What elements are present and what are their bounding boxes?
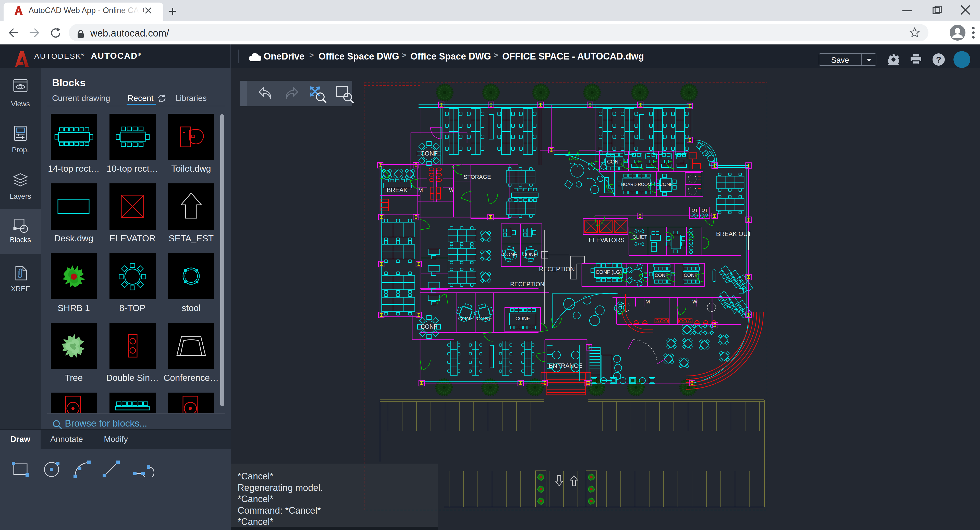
svg-text:CONF: CONF <box>659 182 673 187</box>
svg-text:CONF: CONF <box>503 252 517 257</box>
svg-text:M: M <box>646 299 650 305</box>
svg-text:RECEPTION: RECEPTION <box>539 266 575 273</box>
svg-text:?: ? <box>936 55 942 64</box>
svg-text:CONF (LG): CONF (LG) <box>596 269 622 275</box>
svg-text:CONF: CONF <box>655 273 668 278</box>
svg-text:QT: QT <box>692 208 698 213</box>
svg-text:CONF: CONF <box>420 150 438 157</box>
svg-text:M: M <box>418 187 423 193</box>
svg-text:CONF: CONF <box>607 159 622 164</box>
svg-text:CONF: CONF <box>458 315 473 321</box>
svg-text:ENTRANCE: ENTRANCE <box>549 362 582 369</box>
svg-text:CONF: CONF <box>684 273 697 278</box>
svg-text:BOARD ROOM: BOARD ROOM <box>621 182 651 187</box>
svg-text:QT: QT <box>702 208 708 213</box>
svg-text:CONF: CONF <box>476 315 492 321</box>
svg-text:CONF: CONF <box>522 252 537 257</box>
svg-text:W: W <box>692 299 698 305</box>
svg-text:CONF: CONF <box>515 316 530 321</box>
svg-text:ELEVATORS: ELEVATORS <box>589 236 625 243</box>
svg-text:CONF: CONF <box>421 323 437 330</box>
svg-text:RECEPTION: RECEPTION <box>510 281 544 287</box>
svg-text:BREAK OUT: BREAK OUT <box>716 230 752 237</box>
svg-text:BREAK: BREAK <box>387 187 407 193</box>
svg-text:STORAGE: STORAGE <box>463 174 491 180</box>
